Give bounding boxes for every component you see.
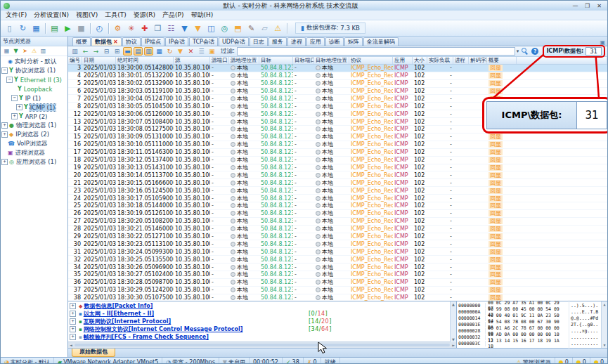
tab-7[interactable]: 日志 [250,37,268,46]
export-folder-icon[interactable]: ⬒ [232,22,244,34]
start-icon[interactable]: ▶ [62,22,74,34]
filter-clear-icon[interactable]: ✕ [186,47,195,56]
tree-expander-icon[interactable]: + [11,113,18,119]
tab-4[interactable]: IP会话 [165,37,188,46]
packet-row[interactable]: 262025/01/0318:30:19.05126100010.35.80.1… [68,210,607,218]
menu-item-2[interactable]: 视图(V) [72,11,101,20]
edit-icon[interactable]: ✎ [245,22,257,34]
tab-8[interactable]: 服务 [269,37,287,46]
tree-item-physical-browser[interactable]: +●物理浏览器 (1) [1,121,67,130]
column-header-src-geo[interactable]: 源地理位置 [229,57,259,64]
tree-item-loopback[interactable]: YLoopback [1,84,67,93]
packet-row[interactable]: 352025/01/0318:30:27.05102400010.35.80.1… [68,271,607,279]
packet-row[interactable]: 62025/01/0318:30:03.05119100010.35.80.10… [68,88,607,96]
filter-input[interactable] [237,47,515,56]
tab-1[interactable]: 数据包× [91,37,122,46]
tab-5[interactable]: TCP会话 [189,37,218,46]
close-button[interactable]: ✕ [594,3,604,9]
columns-icon[interactable]: ▥ [70,47,79,56]
column-header-no[interactable]: 编号 [68,57,82,64]
tab-13[interactable]: 全流量解码 [363,37,399,46]
column-header-summary[interactable]: 概要 [487,57,517,64]
packet-row[interactable]: 292025/01/0318:30:22.05127100010.35.80.1… [68,233,607,241]
tree-expander-icon[interactable]: − [1,67,8,74]
tree-expander-icon[interactable]: + [1,131,8,138]
tree-item-protocol-browser[interactable]: −Y协议浏览器 (1) [1,66,67,75]
help-icon[interactable]: ? [531,48,538,55]
next-packet-icon[interactable]: → [91,47,101,56]
prev-packet-icon[interactable]: ← [81,47,90,56]
funnel-icon[interactable]: ▼ [176,47,185,56]
tree-item-voip-browser[interactable]: ☎VoIP浏览器 [1,139,67,148]
alarm-icon[interactable]: ⚠ [272,22,284,34]
column-header-dst-geo[interactable]: 目标地理位置 [314,57,349,64]
topology-icon[interactable]: ☷ [165,22,177,34]
packet-row[interactable]: 282025/01/0318:30:21.05146000010.35.80.1… [68,226,607,233]
packet-row[interactable]: 42025/01/0318:30:01.05132200010.35.80.10… [68,72,607,80]
tree-item-icmp[interactable]: +YICMP (1) [1,103,67,112]
add-icon[interactable]: ✚ [138,22,150,34]
filter-chart-icon[interactable]: ◫ [205,22,217,34]
tab-9[interactable]: 进程 [287,37,306,46]
packet-row[interactable]: 372025/01/0318:30:29.05124200010.35.80.1… [68,287,607,294]
column-header-size[interactable]: 大小 [413,57,427,64]
menu-item-3[interactable]: 工具(T) [101,11,130,20]
node-alarm-icon[interactable]: ⚠ [30,47,38,55]
lock-icon[interactable]: ▣ [207,47,216,56]
view-hex-icon[interactable]: ▥ [144,47,153,56]
packet-row[interactable]: 232025/01/0318:30:16.05124500010.35.80.1… [68,187,607,195]
hex-vscrollbar[interactable]: ▲▼ [601,301,607,348]
node-locate-icon[interactable]: ➤ [21,47,29,55]
view-list-icon[interactable]: ▬ [123,47,132,56]
filter-funnel-icon[interactable]: ▼ [192,22,204,34]
menu-item-5[interactable]: 产品(P) [159,11,187,20]
tree-item-process-browser[interactable]: ▣进程浏览器 [1,148,67,157]
tree-item-arp[interactable]: +YARP (2) [1,112,67,121]
tab-6[interactable]: UDP会话 [219,37,249,46]
tab-2[interactable]: 协议 [122,37,141,46]
tab-12[interactable]: 矩阵 [344,37,363,46]
search-icon[interactable] [522,48,529,55]
tab-10[interactable]: 应用 [306,37,325,46]
save-icon[interactable]: ▦ [30,22,42,34]
packet-row[interactable]: 192025/01/0318:30:13.05143100010.35.80.1… [68,164,607,172]
tree-item-ip-browser[interactable]: +◆IP浏览器 (2) [1,130,67,139]
detail-expander-icon[interactable]: + [70,326,76,332]
tree-expander-icon[interactable]: + [1,122,8,129]
tab-11[interactable]: 诊断 [325,37,344,46]
pane-bottom-icon[interactable]: ⊞ [112,47,122,56]
tab-0[interactable]: 概要 [72,37,91,46]
stop-icon[interactable]: ■ [75,22,87,34]
adapter-icon[interactable]: ▤ [48,22,60,34]
view-detail-icon[interactable]: ▤ [134,47,143,56]
node-export-icon[interactable]: ▦ [3,47,11,55]
node-refresh-icon[interactable]: ▥ [39,47,47,55]
save-packets-icon[interactable]: ▦ [155,47,164,56]
hex-row[interactable]: 0000003C12 13 14 15 16 17 18 19 1A 1B...… [457,341,600,347]
column-header-date[interactable]: 日期 [82,57,116,64]
packet-row[interactable]: 212025/01/0318:30:15.05166600010.35.80.1… [68,179,607,187]
node-map-icon[interactable]: ✳ [125,22,137,34]
tree-item-ethernet-ii[interactable]: −YEthernet II (3) [1,75,67,84]
window-icon[interactable]: ❐ [152,22,164,34]
tree-item-app-browser[interactable]: +◎应用浏览器 (1) [1,157,67,167]
column-header-protocol[interactable]: 协议 [349,57,393,64]
new-icon[interactable]: ▯ [4,22,15,34]
report-icon[interactable]: ▱ [259,22,271,34]
refresh-icon[interactable]: ↻ [165,47,174,56]
packet-row[interactable]: 272025/01/0318:30:20.05108200010.35.80.1… [68,218,607,226]
menu-item-6[interactable]: 帮助(H) [187,11,216,20]
packet-row[interactable]: 242025/01/0318:30:17.05105900010.35.80.1… [68,195,607,202]
detail-link[interactable]: 以太网 - II[Ethernet - II] [84,310,154,318]
node-filter-icon[interactable]: ▼ [12,47,20,55]
packet-row[interactable]: 312025/01/0318:30:24.05099300010.35.80.1… [68,248,607,256]
packet-row[interactable]: 52025/01/0318:30:02.05132900010.35.80.10… [68,80,607,88]
packet-row[interactable]: 252025/01/0318:30:18.05144000010.35.80.1… [68,202,607,210]
minimize-button[interactable]: — [570,3,581,9]
menu-item-0[interactable]: 文件(F) [2,11,30,20]
decode-hscrollbar[interactable]: ◄► [68,342,456,348]
analysis-settings-icon[interactable]: ◴ [93,22,105,34]
tree-expander-icon[interactable]: − [6,77,13,83]
detail-link[interactable]: 数据包信息[Packet Info] [84,302,153,310]
alarm-browser[interactable]: ⚠警报浏览器 [513,358,555,364]
